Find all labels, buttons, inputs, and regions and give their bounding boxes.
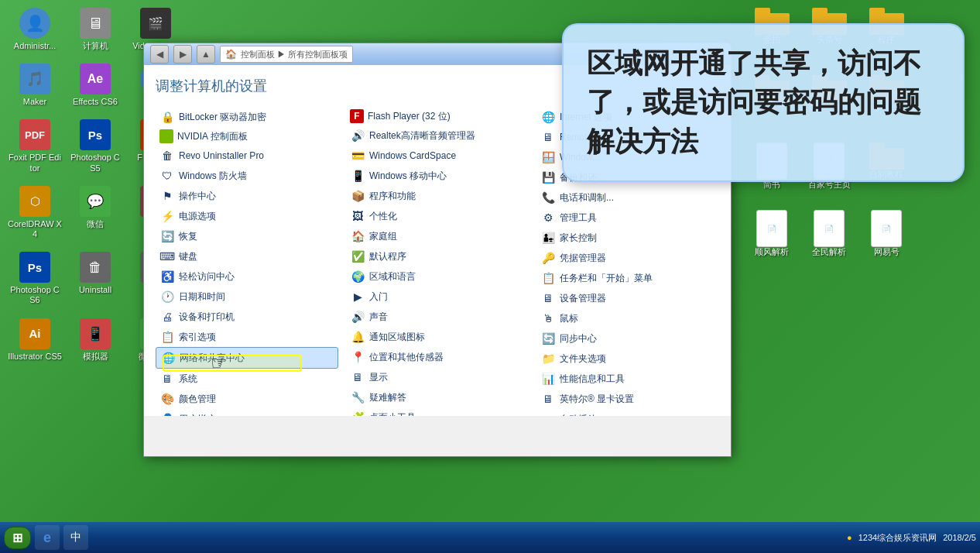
desktop-icon-shunfeng[interactable]: 📄 顺风解析 (745, 210, 799, 276)
icon-label: 顺风解析 (755, 247, 789, 257)
cp-icon: 🛡 (159, 168, 175, 184)
cp-icon: 🖥 (350, 369, 365, 385)
desktop-icon-uninstall[interactable]: 🗑 Uninstall (68, 252, 122, 305)
cp-item-user[interactable]: 👤 用户帐户 (156, 409, 338, 416)
address-bar[interactable]: 🏠 控制面板 ▶ 所有控制面板项 (220, 46, 353, 63)
cp-item-personalize[interactable]: 🖼 个性化 (346, 206, 529, 226)
cp-icon: 📍 (350, 349, 365, 365)
cp-item-datetime[interactable]: 🕐 日期和时间 (156, 287, 338, 307)
desktop-icon-quanmin[interactable]: 📄 全民解析 (802, 210, 856, 276)
cp-item-mouse[interactable]: 🖱 鼠标 (536, 308, 719, 328)
cp-item-location[interactable]: 📍 位置和其他传感器 (346, 347, 529, 367)
cp-icon: 🔧 (350, 390, 365, 405)
icon-label: 全民解析 (812, 247, 846, 257)
desktop-icon-coreldraw[interactable]: ⬡ CorelDRAW X4 (8, 186, 62, 239)
cp-icon: F (350, 109, 364, 123)
desktop-icon-effects[interactable]: Ae Effects CS6 (68, 64, 122, 107)
cp-item-bitlocker[interactable]: 🔒 BitLocker 驱动器加密 (156, 107, 338, 127)
taskbar-ie-icon[interactable]: e (35, 525, 60, 550)
desktop-icon-ps-cs5[interactable]: Ps Photoshop CS5 (68, 119, 122, 173)
cp-item-troubleshoot[interactable]: 🔧 疑难解答 (346, 387, 529, 407)
taskbar-ime-icon[interactable]: 中 (63, 525, 88, 550)
info-bubble: 区域网开通了共享，访问不了，或是访问要密码的问题解决方法 (562, 23, 965, 182)
cp-item-cardspace[interactable]: 💳 Windows CardSpace (346, 146, 529, 166)
cp-item-index[interactable]: 📋 索引选项 (156, 327, 338, 347)
cp-item-homegroup[interactable]: 🏠 家庭组 (346, 226, 529, 246)
cp-item-revo[interactable]: 🗑 Revo Uninstaller Pro (156, 146, 338, 166)
icon-label: Photoshop CS6 (8, 285, 62, 305)
cp-item-recovery[interactable]: 🔄 恢复 (156, 226, 338, 246)
desktop-icon-simulator[interactable]: 📱 模拟器 (68, 318, 122, 362)
cp-icon: 🖥 (540, 391, 556, 407)
cp-item-credential[interactable]: 🔑 凭据管理器 (536, 248, 719, 268)
info-bubble-text: 区域网开通了共享，访问不了，或是访问要密码的问题解决方法 (587, 44, 940, 161)
cp-item-system[interactable]: 🖥 系统 (156, 369, 338, 389)
cp-icon: 🗑 (159, 148, 175, 163)
cp-icon: 📱 (350, 168, 365, 184)
back-button[interactable]: ◀ (150, 45, 169, 64)
cp-item-action-center[interactable]: ⚑ 操作中心 (156, 186, 338, 206)
cp-item-default-programs[interactable]: ✅ 默认程序 (346, 246, 529, 266)
cp-icon: ⚙ (540, 210, 556, 225)
taskbar-website: 1234综合娱乐资讯网 (858, 532, 937, 544)
cp-item-keyboard[interactable]: ⌨ 键盘 (156, 246, 338, 266)
cp-item-ease-access[interactable]: ♿ 轻松访问中心 (156, 266, 338, 287)
cp-item-power[interactable]: ⚡ 电源选项 (156, 206, 338, 226)
desktop-icon-computer[interactable]: 🖥 计算机 (68, 8, 122, 51)
desktop-icon-maker[interactable]: 🎵 Maker (8, 64, 62, 107)
cp-icon: 🪟 (540, 149, 556, 165)
desktop-icon-wangyi[interactable]: 📄 网易号 (859, 210, 913, 276)
cp-item-network[interactable]: 🌐 网络和共享中心 (156, 347, 338, 369)
icon-label: 微信 (87, 219, 104, 229)
cp-icon: ⚡ (159, 208, 175, 224)
cp-item-intel[interactable]: 🖥 英特尔® 显卡设置 (536, 389, 719, 409)
start-button[interactable]: ⊞ (4, 527, 31, 549)
icon-label: Maker (23, 97, 47, 107)
cp-item-phone[interactable]: 📞 电话和调制... (536, 187, 719, 208)
desktop-icon-ps-cs6[interactable]: Ps Photoshop CS6 (8, 252, 62, 305)
cp-icon: 🔊 (350, 309, 365, 325)
cp-item-device-mgr[interactable]: 🖥 设备管理器 (536, 288, 719, 308)
cp-item-nvidia[interactable]: NVIDIA 控制面板 (156, 127, 338, 146)
desktop-icon-ai[interactable]: Ai Illustrator CS5 (8, 318, 62, 362)
cp-icon: 📋 (159, 329, 175, 345)
desktop-icon-pdf[interactable]: PDF Foxit PDF Editor (8, 119, 62, 173)
cp-item-performance[interactable]: 📊 性能信息和工具 (536, 369, 719, 389)
cp-item-display[interactable]: 🖥 显示 (346, 367, 529, 387)
cp-item-parental[interactable]: 👨‍👧 家长控制 (536, 228, 719, 248)
cp-item-programs[interactable]: 📦 程序和功能 (346, 186, 529, 206)
forward-button[interactable]: ▶ (173, 45, 192, 64)
up-button[interactable]: ▲ (197, 45, 215, 64)
cp-item-mobility[interactable]: 📱 Windows 移动中心 (346, 166, 529, 186)
cp-item-flash[interactable]: F Flash Player (32 位) (346, 107, 529, 125)
cp-item-realtek[interactable]: 🔊 Realtek高清晰音频管理器 (346, 125, 529, 146)
cp-item-color[interactable]: 🎨 颜色管理 (156, 389, 338, 409)
taskbar: ⊞ e 中 ● 1234综合娱乐资讯网 2018/2/5 (0, 522, 980, 553)
cp-item-getstarted[interactable]: ▶ 入门 (346, 287, 529, 307)
cp-icon: 🔄 (540, 331, 556, 346)
cp-icon: 🔑 (540, 250, 556, 266)
cp-item-taskbar[interactable]: 📋 任务栏和「开始」菜单 (536, 268, 719, 288)
cp-item-folder-options[interactable]: 📁 文件夹选项 (536, 349, 719, 369)
cp-icon: 🖥 (540, 290, 556, 306)
cp-item-sound[interactable]: 🔊 声音 (346, 307, 529, 327)
cp-item-notif[interactable]: 🔔 通知区域图标 (346, 327, 529, 347)
icon-label: 网易号 (874, 247, 899, 257)
cp-item-region[interactable]: 🌍 区域和语言 (346, 266, 529, 287)
cp-icon: 🔄 (159, 228, 175, 244)
cp-icon: 💾 (540, 170, 556, 185)
cp-item-firewall[interactable]: 🛡 Windows 防火墙 (156, 166, 338, 186)
cp-item-devices[interactable]: 🖨 设备和打印机 (156, 307, 338, 327)
icon-label: Illustrator CS5 (8, 352, 62, 362)
cp-item-admin-tools[interactable]: ⚙ 管理工具 (536, 208, 719, 228)
cp-item-autoplay[interactable]: ▶ 自动播放 (536, 409, 719, 416)
cp-icon: 🖨 (159, 309, 175, 325)
icon-label: 计算机 (83, 41, 108, 51)
desktop-icon-admin[interactable]: 👤 Administr... (8, 8, 62, 51)
cp-item-gadgets[interactable]: 🧩 桌面小工具 (346, 407, 529, 416)
desktop-icon-wechat[interactable]: 💬 微信 (68, 186, 122, 239)
cp-item-sync[interactable]: 🔄 同步中心 (536, 328, 719, 349)
icon-label: Uninstall (79, 285, 111, 295)
icon-label: 模拟器 (83, 352, 108, 362)
cp-icon: ♿ (159, 269, 175, 284)
